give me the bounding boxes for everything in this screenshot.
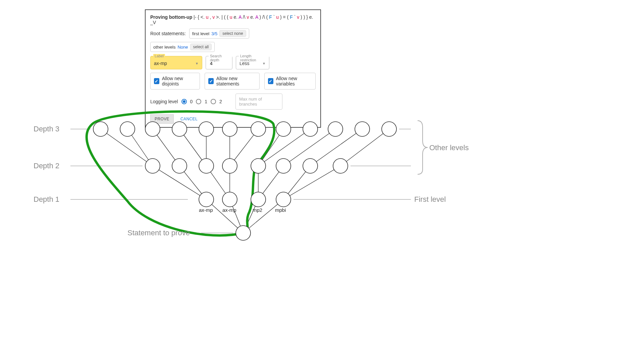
- checkbox-checked-icon: ✓: [208, 78, 214, 84]
- root-statements-row: Root statements: first level 3/5 select …: [150, 28, 316, 52]
- svg-point-54: [355, 122, 370, 136]
- svg-point-48: [199, 122, 214, 136]
- other-levels-chip[interactable]: other levels None select all: [150, 42, 215, 52]
- svg-point-41: [276, 159, 291, 173]
- depth1-label: Depth 1: [34, 195, 59, 204]
- first-level-label: First level: [414, 195, 446, 204]
- allow-statements-checkbox[interactable]: ✓ Allow new statements: [205, 73, 260, 89]
- checkbox-checked-icon: ✓: [154, 78, 159, 84]
- svg-point-36: [145, 159, 160, 173]
- depth-field-caption: Search depth: [209, 54, 232, 62]
- node-label-axmp-1: ax-mp: [199, 207, 213, 213]
- svg-point-55: [382, 122, 396, 136]
- svg-point-50: [251, 122, 266, 136]
- svg-point-44: [93, 122, 108, 136]
- dropdown-caret-icon: ▼: [195, 62, 199, 65]
- other-levels-text: other levels: [153, 45, 175, 50]
- tree-svg: [20, 101, 476, 248]
- depth2-label: Depth 2: [34, 162, 59, 170]
- svg-point-32: [199, 192, 214, 207]
- select-all-button[interactable]: select all: [190, 44, 212, 50]
- svg-point-47: [172, 122, 187, 136]
- svg-point-43: [333, 159, 348, 173]
- node-label-mp2: mp2: [253, 207, 262, 213]
- depth3-label: Depth 3: [34, 125, 59, 133]
- config-fields-row: Label ax-mp ▼ Search depth Length restri…: [150, 56, 316, 69]
- svg-point-37: [172, 159, 187, 173]
- length-restriction-dropdown[interactable]: Length restriction Less ▼: [236, 56, 269, 69]
- first-level-count: 3/5: [211, 31, 217, 36]
- svg-point-46: [145, 122, 160, 136]
- allow-disjoints-checkbox[interactable]: ✓ Allow new disjoints: [150, 73, 200, 89]
- svg-point-45: [120, 122, 135, 136]
- panel-title: Proving bottom-up: [150, 14, 192, 20]
- svg-point-39: [222, 159, 237, 173]
- svg-point-35: [276, 192, 291, 207]
- allow-statements-label: Allow new statements: [216, 76, 256, 86]
- svg-point-42: [303, 159, 318, 173]
- first-level-text: first level: [192, 31, 209, 36]
- proof-tree-diagram: Depth 3 Depth 2 Depth 1 Statement to pro…: [20, 101, 476, 248]
- svg-point-40: [251, 159, 266, 173]
- allow-options-row: ✓ Allow new disjoints ✓ Allow new statem…: [150, 73, 316, 89]
- dropdown-caret-icon: ▼: [262, 62, 266, 65]
- allow-variables-label: Allow new variables: [276, 76, 312, 86]
- svg-point-51: [276, 122, 291, 136]
- other-levels-label: Other levels: [429, 143, 469, 152]
- svg-point-53: [328, 122, 343, 136]
- label-field-caption: Label: [153, 54, 165, 58]
- node-label-axmp-2: ax-mp: [222, 207, 236, 213]
- first-level-chip[interactable]: first level 3/5 select none: [189, 28, 249, 39]
- panel-title-row: Proving bottom-up |- { <. u , v >. | ( (…: [150, 14, 316, 25]
- statement-label: Statement to prove: [127, 229, 190, 237]
- allow-disjoints-label: Allow new disjoints: [162, 76, 196, 86]
- search-depth-input[interactable]: Search depth: [206, 56, 232, 69]
- root-statements-label: Root statements:: [150, 31, 186, 36]
- svg-point-34: [251, 192, 266, 207]
- other-levels-count: None: [177, 45, 188, 50]
- svg-point-49: [222, 122, 237, 136]
- svg-point-31: [236, 226, 251, 240]
- select-none-button[interactable]: select none: [219, 30, 246, 37]
- checkbox-checked-icon: ✓: [268, 78, 273, 84]
- svg-point-52: [303, 122, 318, 136]
- svg-point-38: [199, 159, 214, 173]
- label-field-value: ax-mp: [154, 61, 167, 66]
- label-dropdown[interactable]: Label ax-mp ▼: [150, 56, 202, 69]
- allow-variables-checkbox[interactable]: ✓ Allow new variables: [264, 73, 316, 89]
- svg-point-33: [222, 192, 237, 207]
- length-field-caption: Length restriction: [239, 54, 269, 62]
- node-label-mpbi: mpbi: [275, 207, 286, 213]
